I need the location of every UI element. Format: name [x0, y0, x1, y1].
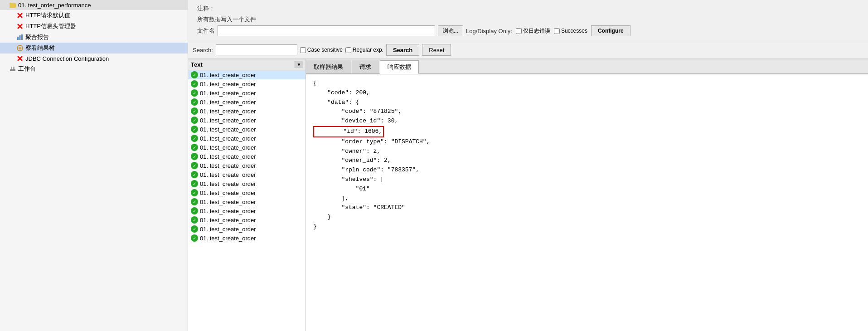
highlighted-response-line: "id": 1606,: [313, 126, 384, 137]
response-line: "data": {: [313, 98, 861, 107]
sidebar-item-jdbc-connection[interactable]: JDBC Connection Configuration: [0, 54, 188, 63]
status-check-icon: ✓: [191, 126, 198, 133]
top-bar: 注释： 所有数据写入一个文件 文件名 浏览... Log/Display Onl…: [188, 0, 868, 41]
list-dropdown-arrow[interactable]: ▼: [295, 61, 303, 68]
list-item-label: 01. test_create_order: [200, 162, 256, 169]
list-item[interactable]: ✓01. test_create_order: [188, 224, 305, 234]
successes-checkbox-label[interactable]: Successes: [554, 28, 587, 34]
status-check-icon: ✓: [191, 198, 198, 205]
tab-request[interactable]: 请求: [352, 60, 379, 73]
list-item[interactable]: ✓01. test_create_order: [188, 79, 305, 88]
file-section-label: 所有数据写入一个文件: [197, 15, 256, 24]
response-line: }: [313, 213, 861, 222]
response-line: "shelves": [: [313, 175, 861, 185]
sidebar-item-result-tree[interactable]: 察看结果树: [0, 43, 188, 54]
search-input[interactable]: [216, 44, 297, 55]
list-item[interactable]: ✓01. test_create_order: [188, 70, 305, 79]
regex-label[interactable]: Regular exp.: [345, 47, 383, 53]
sidebar-item-http-header-manager[interactable]: HTTP信息头管理器: [0, 21, 188, 32]
response-line: "id": 1606,: [313, 126, 861, 137]
sidebar-item-workbench[interactable]: 工作台: [0, 63, 188, 74]
workbench-icon: [9, 65, 16, 73]
log-errors-checkbox-label[interactable]: 仅日志错误: [516, 27, 550, 35]
configure-button[interactable]: Configure: [591, 25, 630, 36]
svg-rect-15: [10, 69, 15, 71]
response-line: "state": "CREATED": [313, 203, 861, 213]
svg-rect-6: [17, 37, 19, 40]
response-line: "order_type": "DISPATCH",: [313, 137, 861, 147]
list-item[interactable]: ✓01. test_create_order: [188, 97, 305, 107]
case-sensitive-text: Case sensitive: [307, 47, 343, 53]
list-panel: Text ▼ ✓01. test_create_order✓01. test_c…: [188, 59, 306, 331]
response-line: }: [313, 222, 861, 232]
list-item[interactable]: ✓01. test_create_order: [188, 206, 305, 215]
status-check-icon: ✓: [191, 225, 198, 233]
log-errors-checkbox[interactable]: [516, 28, 522, 34]
list-item-label: 01. test_create_order: [200, 235, 256, 242]
list-item[interactable]: ✓01. test_create_order: [188, 197, 305, 206]
list-item[interactable]: ✓01. test_create_order: [188, 161, 305, 170]
sidebar-label-aggregate-report: 聚合报告: [25, 33, 49, 41]
list-item[interactable]: ✓01. test_create_order: [188, 234, 305, 243]
list-item-label: 01. test_create_order: [200, 90, 256, 97]
browse-button[interactable]: 浏览...: [438, 25, 463, 36]
search-button[interactable]: Search: [386, 44, 419, 56]
sidebar: 01. test_order_performance HTTP请求默认值 HTT…: [0, 0, 188, 331]
filename-input[interactable]: [218, 25, 435, 36]
list-item[interactable]: ✓01. test_create_order: [188, 215, 305, 224]
status-check-icon: ✓: [191, 207, 198, 214]
status-check-icon: ✓: [191, 153, 198, 160]
response-line: "code": "871825",: [313, 107, 861, 117]
list-item-label: 01. test_create_order: [200, 226, 256, 233]
status-check-icon: ✓: [191, 89, 198, 97]
tab-sampler_result[interactable]: 取样器结果: [306, 60, 351, 73]
sidebar-item-test-order-performance[interactable]: 01. test_order_performance: [0, 0, 188, 10]
x-red-2-icon: [16, 23, 24, 30]
jdbc-icon: [16, 55, 24, 62]
response-line: "owner_id": 2,: [313, 156, 861, 166]
regex-text: Regular exp.: [353, 47, 383, 53]
list-item[interactable]: ✓01. test_create_order: [188, 107, 305, 116]
list-item[interactable]: ✓01. test_create_order: [188, 134, 305, 143]
successes-checkbox[interactable]: [554, 28, 560, 34]
status-check-icon: ✓: [191, 135, 198, 142]
tab-response_data[interactable]: 响应数据: [380, 60, 419, 74]
list-item[interactable]: ✓01. test_create_order: [188, 188, 305, 197]
status-check-icon: ✓: [191, 117, 198, 124]
sidebar-label-workbench: 工作台: [18, 65, 36, 73]
case-sensitive-label[interactable]: Case sensitive: [300, 47, 343, 53]
regex-checkbox[interactable]: [345, 47, 351, 53]
list-item[interactable]: ✓01. test_create_order: [188, 143, 305, 152]
file-section-row: 所有数据写入一个文件: [193, 14, 863, 24]
sidebar-item-aggregate-report[interactable]: 聚合报告: [0, 32, 188, 43]
sidebar-item-http-request-defaults[interactable]: HTTP请求默认值: [0, 10, 188, 21]
list-item[interactable]: ✓01. test_create_order: [188, 170, 305, 179]
sidebar-label-http-header-manager: HTTP信息头管理器: [25, 22, 76, 30]
list-item-label: 01. test_create_order: [200, 99, 256, 106]
case-sensitive-checkbox[interactable]: [300, 47, 306, 53]
list-item-label: 01. test_create_order: [200, 126, 256, 133]
list-item[interactable]: ✓01. test_create_order: [188, 179, 305, 188]
sidebar-label-test-order-performance: 01. test_order_performance: [18, 2, 91, 9]
reset-button[interactable]: Reset: [422, 44, 451, 56]
log-errors-text: 仅日志错误: [523, 27, 550, 35]
list-item[interactable]: ✓01. test_create_order: [188, 116, 305, 125]
list-item-label: 01. test_create_order: [200, 171, 256, 178]
sidebar-label-http-request-defaults: HTTP请求默认值: [25, 11, 70, 19]
svg-rect-17: [13, 67, 15, 69]
list-item-label: 01. test_create_order: [200, 208, 256, 214]
status-check-icon: ✓: [191, 144, 198, 151]
svg-rect-16: [11, 67, 12, 69]
list-item[interactable]: ✓01. test_create_order: [188, 88, 305, 97]
response-content: { "code": 200, "data": { "code": "871825…: [306, 74, 868, 331]
list-item[interactable]: ✓01. test_create_order: [188, 125, 305, 134]
successes-text: Successes: [561, 28, 587, 34]
list-header: Text ▼: [188, 59, 305, 70]
content-area: 注释： 所有数据写入一个文件 文件名 浏览... Log/Display Onl…: [188, 0, 868, 331]
list-item[interactable]: ✓01. test_create_order: [188, 152, 305, 161]
list-item-label: 01. test_create_order: [200, 72, 256, 78]
response-line: "rpln_code": "783357",: [313, 166, 861, 175]
list-item-label: 01. test_create_order: [200, 180, 256, 187]
response-line: "device_id": 30,: [313, 117, 861, 126]
filename-label: 文件名: [197, 27, 215, 35]
